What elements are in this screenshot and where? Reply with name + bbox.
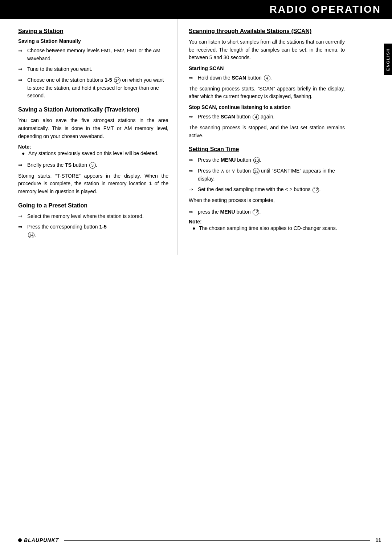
list-item: ⇒ press the MENU button 13. [189,208,345,216]
arrow-icon: ⇒ [18,223,25,231]
list-item: ⇒ Choose one of the station buttons 1-5 … [18,76,168,100]
item-text: Briefly press the TS button 3. [27,161,97,169]
arrow-icon: ⇒ [189,113,196,121]
list-item: ⇒ Press the ∧ or ∨ button 12 until “SCAN… [189,167,345,183]
item-text: Choose between memory levels FM1, FM2, F… [27,47,168,62]
setting-complete-text: When the setting process is complete, [189,197,345,205]
section-scan-time: Setting Scan Time ⇒ Press the MENU butto… [189,146,345,232]
item-text: Set the desired sampling time with the <… [198,186,320,194]
item-text: Press the ∧ or ∨ button 12 until “SCANTI… [198,167,345,183]
bullet-item: ● The chosen sampling time also applies … [192,225,345,232]
list-item: ⇒ Select the memory level where the stat… [18,213,168,221]
brand-logo: BLAUPUNKT [18,537,59,543]
left-column: Saving a Station Saving a Station Manual… [0,19,178,255]
saving-auto-intro: You can also save the five strongest sta… [18,117,168,140]
arrow-icon: ⇒ [18,161,25,169]
right-column: Scanning through Available Stations (SCA… [178,19,367,255]
footer-line [64,540,370,541]
note-label: Note: [189,219,345,225]
item-text: Choose one of the station buttons 1-5 14… [27,76,168,100]
arrow-icon: ⇒ [18,65,25,73]
saving-auto-title: Saving a Station Automatically (Travelst… [18,106,168,113]
arrow-icon: ⇒ [18,76,25,84]
language-tab: ENGLISH [384,44,392,75]
item-text: Tune to the station you want. [27,65,92,73]
logo-text: BLAUPUNKT [24,537,59,543]
arrow-icon: ⇒ [189,74,196,82]
starting-scan-title: Starting SCAN [189,65,345,71]
list-item: ⇒ Press the SCAN button 4 again. [189,113,345,121]
item-text: Press the MENU button 13. [198,156,261,164]
storing-text: Storing starts. “T-STORE” appears in the… [18,172,168,196]
going-preset-title: Going to a Preset Station [18,202,168,209]
scanning-title: Scanning through Available Stations (SCA… [189,28,345,35]
page-header: RADIO OPERATION [0,0,392,19]
page-number: 11 [375,537,381,543]
section-scanning: Scanning through Available Stations (SCA… [189,28,345,139]
section-saving-automatically: Saving a Station Automatically (Travelst… [18,106,168,196]
arrow-icon: ⇒ [189,208,196,216]
scan-process-text: The scanning process starts. “SCAN” appe… [189,85,345,101]
page-title: RADIO OPERATION [0,4,381,15]
bullet-icon: ● [192,225,197,232]
page-footer: BLAUPUNKT 11 [0,537,392,543]
arrow-icon: ⇒ [189,167,196,175]
bullet-item: ● Any stations previously saved on this … [22,150,168,158]
list-item: ⇒ Press the MENU button 13. [189,156,345,164]
note-section: Note: ● Any stations previously saved on… [18,144,168,158]
scan-time-title: Setting Scan Time [189,146,345,153]
section-going-preset: Going to a Preset Station ⇒ Select the m… [18,202,168,239]
saving-station-title: Saving a Station [18,28,168,35]
stop-scan-title: Stop SCAN, continue listening to a stati… [189,104,345,110]
content-area: Saving a Station Saving a Station Manual… [0,19,392,255]
list-item: ⇒ Hold down the SCAN button 4. [189,74,345,82]
note-text: Any stations previously saved on this le… [28,150,159,158]
list-item: ⇒ Tune to the station you want. [18,65,168,73]
logo-dot [18,538,22,542]
arrow-icon: ⇒ [18,213,25,221]
list-item: ⇒ Press the corresponding button 1-514. [18,223,168,239]
arrow-icon: ⇒ [189,156,196,164]
note-label: Note: [18,144,168,150]
list-item: ⇒ Set the desired sampling time with the… [189,186,345,194]
item-text: press the MENU button 13. [198,208,261,216]
scan-stopped-text: The scanning process is stopped, and the… [189,124,345,139]
item-text: Press the corresponding button 1-514. [27,223,107,239]
scanning-intro: You can listen to short samples from all… [189,38,345,62]
arrow-icon: ⇒ [18,47,25,55]
note-text: The chosen sampling time also applies to… [199,225,337,232]
note-section: Note: ● The chosen sampling time also ap… [189,219,345,232]
saving-manually-title: Saving a Station Manually [18,38,168,44]
list-item: ⇒ Choose between memory levels FM1, FM2,… [18,47,168,62]
item-text: Press the SCAN button 4 again. [198,113,274,121]
item-text: Hold down the SCAN button 4. [198,74,272,82]
item-text: Select the memory level where the statio… [27,213,144,221]
list-item: ⇒ Briefly press the TS button 3. [18,161,168,169]
arrow-icon: ⇒ [189,186,196,194]
section-saving-station: Saving a Station Saving a Station Manual… [18,28,168,100]
bullet-icon: ● [22,150,27,158]
